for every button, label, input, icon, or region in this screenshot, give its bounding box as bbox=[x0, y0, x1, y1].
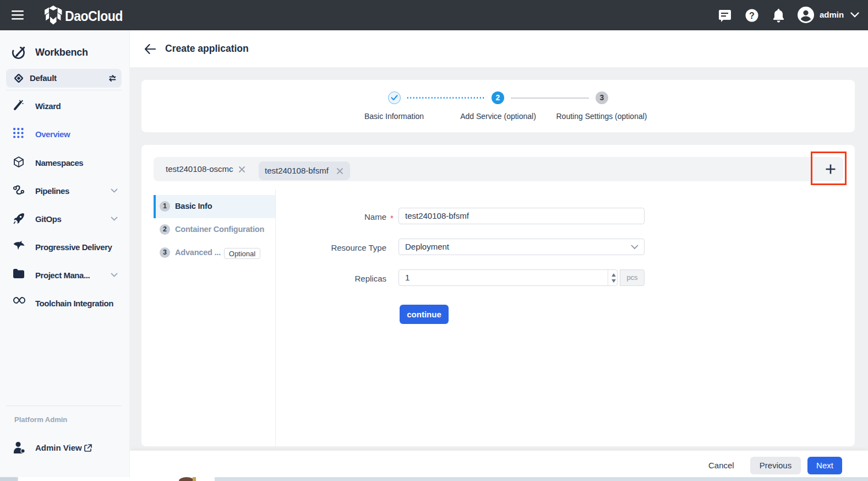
svg-text:?: ? bbox=[749, 11, 755, 20]
